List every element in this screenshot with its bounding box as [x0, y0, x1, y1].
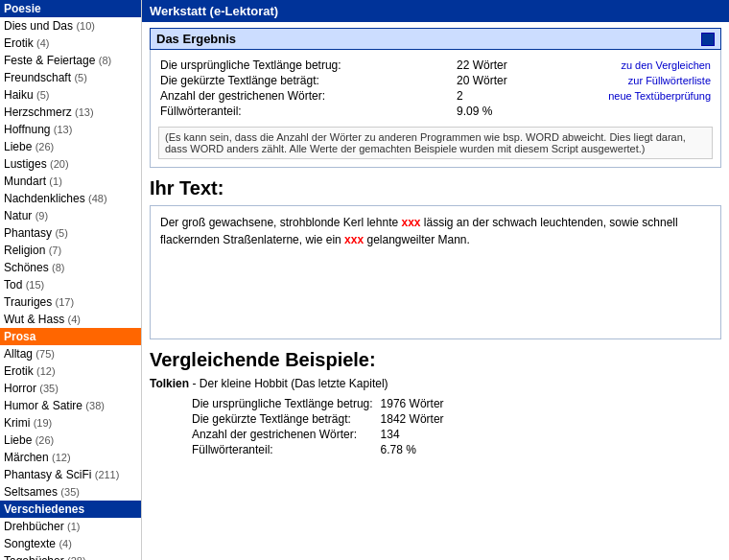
- text-part-after: gelangweilter Mann.: [364, 233, 470, 246]
- sidebar-item-haiku[interactable]: Haiku (5): [0, 86, 141, 104]
- tolkien-work: Der kleine Hobbit (Das letzte Kapitel): [200, 377, 388, 390]
- ergebnis-body: Die ursprüngliche Textlänge betrug: 22 W…: [150, 50, 721, 168]
- sidebar-item-liebe-pr[interactable]: Liebe (26): [0, 432, 141, 449]
- sidebar-item-religion[interactable]: Religion (7): [0, 242, 141, 259]
- sidebar-item-nachdenkliches[interactable]: Nachdenkliches (48): [0, 190, 141, 207]
- sidebar-item-phantasy-p[interactable]: Phantasy (5): [0, 224, 141, 242]
- stat-link-1[interactable]: zur Füllwörterliste: [542, 73, 713, 88]
- stat-value-3: 9.09 %: [455, 104, 542, 119]
- stat-label-1: Die gekürzte Textlänge beträgt:: [158, 73, 455, 88]
- sidebar-section-verschiedenes: Verschiedenes: [0, 501, 141, 518]
- sidebar-item-horror[interactable]: Horror (35): [0, 380, 141, 397]
- text-display: Der groß gewachsene, strohblonde Kerl le…: [150, 205, 721, 339]
- stat-label-3: Füllwörteranteil:: [158, 104, 455, 119]
- tolkien-stat-label-3: Füllwörteranteil:: [188, 442, 377, 457]
- tolkien-stat-label-0: Die ursprüngliche Textlänge betrug:: [188, 396, 377, 411]
- text-highlight-2: xxx: [344, 233, 364, 246]
- sidebar-item-krimi[interactable]: Krimi (19): [0, 414, 141, 432]
- sidebar-item-liebe-p[interactable]: Liebe (26): [0, 138, 141, 155]
- sidebar-item-phantasy-scifi[interactable]: Phantasy & SciFi (211): [0, 466, 141, 483]
- stats-table: Die ursprüngliche Textlänge betrug: 22 W…: [158, 58, 713, 119]
- sidebar-item-herzschmerz[interactable]: Herzschmerz (13): [0, 104, 141, 121]
- sidebar-item-lustiges[interactable]: Lustiges (20): [0, 155, 141, 173]
- sidebar-item-natur[interactable]: Natur (9): [0, 207, 141, 224]
- sidebar-item-songtexte[interactable]: Songtexte (4): [0, 535, 141, 552]
- ihr-text-title: Ihr Text:: [150, 177, 721, 199]
- sidebar-item-seltsames[interactable]: Seltsames (35): [0, 483, 141, 501]
- tolkien-stat-label-1: Die gekürzte Textlänge beträgt:: [188, 411, 377, 427]
- tolkien-stat-value-0: 1976 Wörter: [377, 396, 448, 411]
- top-bar-title: Werkstatt (e-Lektorat): [150, 4, 278, 18]
- main-content: Werkstatt (e-Lektorat) Das Ergebnis Die …: [142, 0, 729, 560]
- link-neue-pruefung[interactable]: neue Textüberprüfung: [608, 90, 711, 102]
- sidebar-item-freundschaft[interactable]: Freundschaft (5): [0, 69, 141, 86]
- sidebar: Poesie Dies und Das (10) Erotik (4) Fest…: [0, 0, 142, 560]
- sidebar-item-maerchen[interactable]: Märchen (12): [0, 449, 141, 466]
- stat-label-0: Die ursprüngliche Textlänge betrug:: [158, 58, 455, 73]
- stat-link-2[interactable]: neue Textüberprüfung: [542, 88, 713, 104]
- sidebar-item-schoenes[interactable]: Schönes (8): [0, 259, 141, 276]
- ergebnis-note: (Es kann sein, dass die Anzahl der Wörte…: [158, 127, 713, 159]
- link-vergleiche[interactable]: zu den Vergleichen: [621, 59, 711, 71]
- top-bar: Werkstatt (e-Lektorat): [142, 0, 729, 22]
- sidebar-item-dies-und-das[interactable]: Dies und Das (10): [0, 17, 141, 35]
- sidebar-item-alltag[interactable]: Alltag (75): [0, 345, 141, 362]
- sidebar-item-feste[interactable]: Feste & Feiertage (8): [0, 52, 141, 69]
- tolkien-sep: -: [189, 377, 200, 390]
- sidebar-section-prosa: Prosa: [0, 328, 141, 345]
- vergleich-title: Vergleichende Beispiele:: [150, 349, 721, 371]
- sidebar-item-erotik-p[interactable]: Erotik (4): [0, 35, 141, 52]
- stat-value-1: 20 Wörter: [455, 73, 542, 88]
- sidebar-item-erotik-pr[interactable]: Erotik (12): [0, 362, 141, 380]
- stat-value-2: 2: [455, 88, 542, 104]
- stat-label-2: Anzahl der gestrichenen Wörter:: [158, 88, 455, 104]
- sidebar-item-wut[interactable]: Wut & Hass (4): [0, 311, 141, 328]
- sidebar-item-tod[interactable]: Tod (15): [0, 276, 141, 293]
- ergebnis-note-text: (Es kann sein, dass die Anzahl der Wörte…: [165, 131, 686, 154]
- sidebar-item-humor-satire[interactable]: Humor & Satire (38): [0, 397, 141, 414]
- ergebnis-header: Das Ergebnis: [150, 28, 721, 50]
- link-fuellwoerter[interactable]: zur Füllwörterliste: [628, 75, 711, 86]
- tolkien-ref: Tolkien - Der kleine Hobbit (Das letzte …: [150, 377, 721, 390]
- sidebar-item-drehbuecher[interactable]: Drehbücher (1): [0, 518, 141, 535]
- ergebnis-title: Das Ergebnis: [156, 32, 236, 46]
- tolkien-stat-value-2: 134: [377, 427, 448, 442]
- sidebar-section-poesie: Poesie: [0, 0, 141, 17]
- tolkien-author: Tolkien: [150, 377, 189, 390]
- ergebnis-collapse-icon[interactable]: [701, 33, 715, 46]
- tolkien-stat-value-1: 1842 Wörter: [377, 411, 448, 427]
- sidebar-item-tagebuecher[interactable]: Tagebücher (28): [0, 552, 141, 560]
- stat-value-0: 22 Wörter: [455, 58, 542, 73]
- tolkien-stat-value-3: 6.78 %: [377, 442, 448, 457]
- stat-link-0[interactable]: zu den Vergleichen: [542, 58, 713, 73]
- tolkien-stats: Die ursprüngliche Textlänge betrug: 1976…: [150, 396, 721, 457]
- sidebar-item-mundart[interactable]: Mundart (1): [0, 173, 141, 190]
- sidebar-item-hoffnung[interactable]: Hoffnung (13): [0, 121, 141, 138]
- text-highlight-1: xxx: [401, 216, 420, 229]
- tolkien-stat-label-2: Anzahl der gestrichenen Wörter:: [188, 427, 377, 442]
- text-part-before: Der groß gewachsene, strohblonde Kerl le…: [160, 216, 401, 229]
- sidebar-item-trauriges[interactable]: Trauriges (17): [0, 293, 141, 311]
